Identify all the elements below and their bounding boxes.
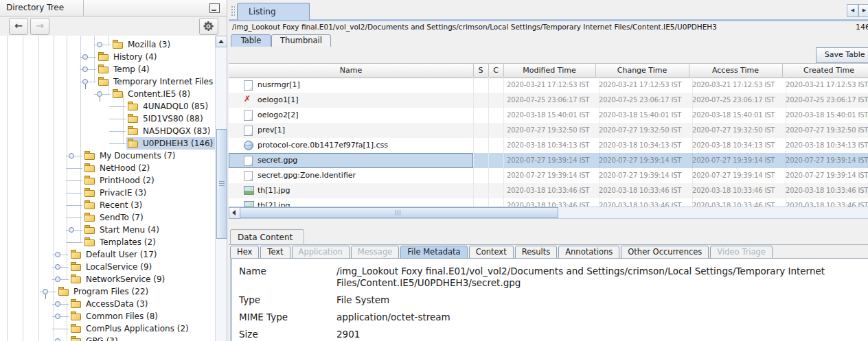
tree-item-program-files[interactable]: Program Files (22) xyxy=(0,285,215,298)
file-name-cell[interactable]: prev[1] xyxy=(229,123,474,138)
tree-item-templates[interactable]: Templates (2) xyxy=(0,236,215,248)
tree-item-history[interactable]: History (4) xyxy=(0,51,215,63)
expand-handle-icon[interactable] xyxy=(97,42,102,47)
file-name-cell[interactable]: secret.gpg xyxy=(229,153,474,168)
forward-button[interactable]: → xyxy=(30,18,49,35)
expand-handle-icon[interactable] xyxy=(69,153,74,158)
tree-item-na5hdqgx[interactable]: NA5HDQGX (83) xyxy=(0,125,215,137)
file-name-cell[interactable]: oelogo2[2] xyxy=(229,108,474,123)
table-row-oelogo2-2[interactable]: oelogo2[2]2020-03-18 15:40:01 IST2020-03… xyxy=(229,108,868,123)
column-header-s[interactable]: S xyxy=(473,64,489,77)
table-row-th-1-jpg[interactable]: th[1].jpg2020-03-18 10:33:46 IST2020-03-… xyxy=(229,183,868,198)
table-row-secret-gpg[interactable]: secret.gpg2020-07-27 19:39:14 IST2020-07… xyxy=(229,153,868,168)
view-tab-table[interactable]: Table xyxy=(231,34,271,47)
column-header-change-time[interactable]: Change Time xyxy=(595,64,689,77)
table-row-oelogo1-1[interactable]: ✗oelogo1[1]2020-07-25 23:06:17 IST2020-0… xyxy=(229,93,868,108)
content-tab-results[interactable]: Results xyxy=(515,246,558,259)
table-scrollbar-thumb[interactable] xyxy=(240,207,558,218)
s-cell xyxy=(473,78,489,93)
expand-handle-icon[interactable] xyxy=(82,54,88,60)
tree-item-gpg[interactable]: GPG (3) xyxy=(0,335,215,341)
collapse-handle-icon[interactable] xyxy=(82,79,88,84)
s-cell xyxy=(473,93,489,108)
view-tab-thumbnail[interactable]: Thumbnail xyxy=(271,34,331,47)
tree-item-start-menu[interactable]: Start Menu (4) xyxy=(0,224,215,236)
expand-handle-icon[interactable] xyxy=(55,264,60,270)
tree-item-recent[interactable]: Recent (3) xyxy=(0,199,215,211)
file-name-cell[interactable]: secret.gpg:Zone.Identifier xyxy=(229,168,474,183)
tree-item-complus-applications[interactable]: ComPlus Applications (2) xyxy=(0,322,215,335)
tab-scroll-right-button[interactable]: ▶ xyxy=(858,4,868,17)
metadata-value: /img_Lookout Foxy final.E01/vol_vol2/Doc… xyxy=(336,266,846,289)
column-header-c[interactable]: C xyxy=(488,64,504,77)
handle-circle xyxy=(55,314,60,319)
tab-scroll-left-button[interactable]: ◀ xyxy=(847,4,858,17)
tree-item-label: ComPlus Applications (2) xyxy=(84,322,191,335)
scroll-left-button[interactable] xyxy=(229,207,240,219)
collapse-handle-icon[interactable] xyxy=(43,289,48,294)
listing-tab[interactable]: Listing xyxy=(237,3,310,20)
table-row-nusrmgr-1[interactable]: nusrmgr[1]2020-03-21 17:12:53 IST2020-03… xyxy=(229,78,868,93)
table-horizontal-scrollbar[interactable] xyxy=(229,207,868,219)
content-tab-text[interactable]: Text xyxy=(260,246,290,259)
options-button[interactable] xyxy=(199,18,218,35)
tree-item-privacie[interactable]: PrivacIE (3) xyxy=(0,187,215,199)
tree-item-mozilla[interactable]: Mozilla (3) xyxy=(0,38,215,51)
tree-item-temporary-internet-files[interactable]: Temporary Internet Files (4) xyxy=(0,75,215,88)
tree-item-sendto[interactable]: SendTo (7) xyxy=(0,211,215,224)
column-header-created-time[interactable]: Created Time xyxy=(782,64,868,77)
table-row-secret-gpg-zone-identifier[interactable]: secret.gpg:Zone.Identifier2020-07-27 19:… xyxy=(229,168,868,183)
column-header-modified-time[interactable]: Modified Time xyxy=(503,64,596,77)
file-name-cell[interactable]: ✗oelogo1[1] xyxy=(229,93,474,108)
expand-handle-icon[interactable] xyxy=(69,227,74,233)
expand-handle-icon[interactable] xyxy=(55,277,60,282)
expand-handle-icon[interactable] xyxy=(55,301,60,307)
file-name-cell[interactable]: th[1].jpg xyxy=(229,183,474,198)
tree-item-5id1vs80[interactable]: 5ID1VS80 (88) xyxy=(0,113,215,125)
content-tab-message[interactable]: Message xyxy=(351,246,399,259)
expand-handle-icon[interactable] xyxy=(55,314,60,319)
expand-handle-icon[interactable] xyxy=(55,338,60,341)
tree-item-default-user[interactable]: Default User (17) xyxy=(0,248,215,261)
column-header-name[interactable]: Name xyxy=(229,64,474,77)
directory-tree-tab[interactable]: Directory Tree xyxy=(0,0,84,16)
tree-item-nethood[interactable]: NetHood (2) xyxy=(0,162,215,174)
content-tab-hex[interactable]: Hex xyxy=(230,246,259,259)
tree-connector-line xyxy=(52,329,69,329)
file-name-cell[interactable]: protocol-core.0b1417ef97fa[1].css xyxy=(229,138,474,153)
tree-vertical-scrollbar[interactable] xyxy=(215,36,227,341)
content-tab-other-occurrences[interactable]: Other Occurrences xyxy=(621,246,709,259)
column-header-access-time[interactable]: Access Time xyxy=(689,64,783,77)
tree-item-4unadql0[interactable]: 4UNADQL0 (85) xyxy=(0,100,215,113)
content-tab-file-metadata[interactable]: File Metadata xyxy=(400,246,467,259)
metadata-label: MIME Type xyxy=(239,311,288,322)
back-button[interactable]: ← xyxy=(9,18,28,35)
folder-icon xyxy=(71,250,82,259)
content-tab-application[interactable]: Application xyxy=(292,246,350,259)
data-content-tab[interactable]: Data Content xyxy=(230,229,304,245)
table-row-prev-1[interactable]: prev[1]2020-07-27 19:32:50 IST2020-07-27… xyxy=(229,123,868,138)
content-tab-video-triage[interactable]: Video Triage xyxy=(710,246,773,259)
tree-item-common-files[interactable]: Common Files (8) xyxy=(0,310,215,322)
tree-item-my-documents[interactable]: My Documents (7) xyxy=(0,150,215,162)
tree-item-localservice[interactable]: LocalService (9) xyxy=(0,261,215,273)
file-name-cell[interactable]: nusrmgr[1] xyxy=(229,78,474,93)
tree-item-u0pdheh3[interactable]: U0PDHEH3 (146) xyxy=(0,137,215,150)
content-tab-context[interactable]: Context xyxy=(469,246,514,259)
tree-item-printhood[interactable]: PrintHood (2) xyxy=(0,174,215,187)
tree-item-content-ie5[interactable]: Content.IE5 (8) xyxy=(0,88,215,100)
expand-handle-icon[interactable] xyxy=(55,252,60,257)
scroll-up-button[interactable] xyxy=(216,36,227,47)
collapse-handle-icon[interactable] xyxy=(97,91,102,97)
folder-icon xyxy=(84,188,95,197)
content-tab-annotations[interactable]: Annotations xyxy=(558,246,619,259)
tree-item-accessdata[interactable]: AccessData (3) xyxy=(0,298,215,310)
modified-time-cell: 2020-03-18 10:33:46 IST xyxy=(503,183,599,198)
minimize-icon[interactable] xyxy=(209,3,220,13)
table-row-protocol-core-0b1417ef97fa-1-css[interactable]: protocol-core.0b1417ef97fa[1].css2020-03… xyxy=(229,138,868,153)
save-table-button[interactable]: Save Table as CSV xyxy=(816,47,868,63)
tree-scrollbar-thumb[interactable] xyxy=(216,129,227,239)
expand-handle-icon[interactable] xyxy=(82,67,88,72)
tree-item-temp[interactable]: Temp (4) xyxy=(0,63,215,75)
tree-item-networkservice[interactable]: NetworkService (9) xyxy=(0,273,215,285)
